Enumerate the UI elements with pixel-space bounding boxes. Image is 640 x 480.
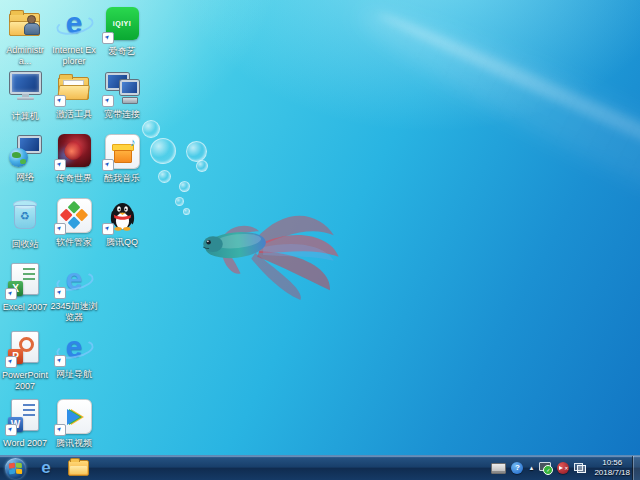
woool-game-icon: ➤: [56, 134, 92, 170]
desktop-icon-tencent-qq[interactable]: ➤腾讯QQ: [98, 197, 146, 248]
url-navigation-icon: e➤: [56, 330, 92, 366]
shortcut-arrow-icon: ➤: [102, 223, 114, 235]
desktop-icon-network[interactable]: 网络: [1, 133, 49, 183]
desktop-icon-computer[interactable]: 计算机: [1, 70, 49, 122]
desktop-icon-internet-explorer[interactable]: eInternet Explorer: [50, 6, 98, 67]
icon-label: 网络: [1, 172, 49, 183]
help-icon[interactable]: ?: [511, 462, 523, 474]
tray-clock[interactable]: 10:56 2018/7/18: [594, 458, 630, 478]
start-button[interactable]: [0, 456, 30, 480]
icon-label: 传奇世界: [50, 173, 98, 184]
mute-cross-icon: ✕: [564, 462, 568, 474]
desktop-icon-url-navigation[interactable]: e➤网址导航: [50, 330, 98, 380]
excel-2007-icon: X➤: [7, 263, 43, 299]
internet-explorer-icon: e: [56, 6, 92, 42]
volume-muted-icon[interactable]: ✕: [557, 462, 569, 474]
shortcut-arrow-icon: ➤: [54, 424, 66, 436]
icon-label: 计算机: [1, 111, 49, 122]
icon-label: 腾讯视频: [50, 438, 98, 449]
icon-label: 爱奇艺: [98, 46, 146, 57]
shortcut-arrow-icon: ➤: [54, 355, 66, 367]
show-desktop-button[interactable]: [632, 456, 640, 480]
desktop-icon-software-manager[interactable]: ➤软件管家: [50, 197, 98, 248]
icon-label: Administra...: [1, 45, 49, 67]
shortcut-arrow-icon: ➤: [54, 287, 66, 299]
desktop-icon-administrator[interactable]: Administra...: [1, 6, 49, 67]
icon-label: 酷我音乐: [98, 173, 146, 184]
desktop-icon-word-2007[interactable]: W➤Word 2007: [1, 398, 49, 449]
desktop-icon-tencent-video[interactable]: ➤腾讯视频: [50, 398, 98, 449]
action-center-icon[interactable]: [574, 463, 586, 473]
input-method-keyboard-icon[interactable]: [491, 463, 506, 474]
desktop-icon-broadband-connection[interactable]: ➤宽带连接: [98, 70, 146, 120]
broadband-connection-icon: ➤: [104, 70, 140, 106]
network-icon: [7, 133, 43, 169]
tencent-video-icon: ➤: [56, 399, 92, 435]
icon-label: 网址导航: [50, 369, 98, 380]
shortcut-arrow-icon: ➤: [5, 288, 17, 300]
icon-label: Internet Explorer: [50, 45, 98, 67]
2345-browser-icon: e➤: [56, 262, 92, 298]
shortcut-arrow-icon: ➤: [5, 424, 17, 436]
icon-label: Word 2007: [1, 438, 49, 449]
clock-time: 10:56: [594, 458, 630, 468]
computer-icon: [7, 72, 43, 108]
icon-label: Excel 2007: [1, 302, 49, 313]
shortcut-arrow-icon: ➤: [102, 95, 114, 107]
desktop-icon-kuwo-music[interactable]: ♪➤酷我音乐: [98, 133, 146, 184]
administrator-icon: [7, 6, 43, 42]
icon-label: 2345加速浏览器: [50, 301, 98, 323]
windows-logo-icon: [4, 457, 26, 479]
software-manager-icon: ➤: [56, 198, 92, 234]
kuwo-music-icon: ♪➤: [104, 134, 140, 170]
desktop-icon-recycle-bin[interactable]: ♻回收站: [1, 197, 49, 250]
desktop-icon-grid: Administra...eInternet ExploreriQIYI➤爱奇艺…: [0, 0, 640, 480]
shortcut-arrow-icon: ➤: [5, 356, 17, 368]
icon-label: 激活工具: [50, 109, 98, 120]
shortcut-arrow-icon: ➤: [102, 159, 114, 171]
system-tray: ? ▲ ✓ ✕ 10:56 2018/7/18: [491, 456, 630, 480]
shortcut-arrow-icon: ➤: [54, 223, 66, 235]
icon-label: 软件管家: [50, 237, 98, 248]
tencent-qq-icon: ➤: [104, 198, 140, 234]
folder-icon: [68, 460, 89, 476]
shortcut-arrow-icon: ➤: [102, 32, 114, 44]
icon-label: 宽带连接: [98, 109, 146, 120]
desktop-icon-woool-game[interactable]: ➤传奇世界: [50, 133, 98, 184]
show-hidden-icons-button[interactable]: ▲: [528, 465, 534, 471]
check-icon: ✓: [543, 465, 553, 475]
internet-explorer-icon: e: [41, 458, 50, 478]
recycle-bin-icon: ♻: [7, 200, 43, 236]
activation-tools-icon: ➤: [56, 70, 92, 106]
shortcut-arrow-icon: ➤: [54, 95, 66, 107]
taskbar-internet-explorer-button[interactable]: e: [30, 456, 62, 480]
powerpoint-2007-icon: P➤: [7, 331, 43, 367]
taskbar: e ? ▲ ✓ ✕ 10:56 2018/7/18: [0, 455, 640, 480]
desktop-icon-activation-tools[interactable]: ➤激活工具: [50, 70, 98, 120]
iqiyi-icon: iQIYI➤: [104, 7, 140, 43]
taskbar-explorer-button[interactable]: [62, 456, 94, 480]
word-2007-icon: W➤: [7, 399, 43, 435]
desktop-icon-powerpoint-2007[interactable]: P➤PowerPoint 2007: [1, 330, 49, 392]
desktop-icon-iqiyi[interactable]: iQIYI➤爱奇艺: [98, 6, 146, 57]
network-status-icon[interactable]: ✓: [539, 462, 552, 474]
desktop-icon-excel-2007[interactable]: X➤Excel 2007: [1, 262, 49, 313]
icon-label: 腾讯QQ: [98, 237, 146, 248]
desktop-icon-2345-browser[interactable]: e➤2345加速浏览器: [50, 262, 98, 323]
icon-label: PowerPoint 2007: [1, 370, 49, 392]
clock-date: 2018/7/18: [594, 468, 630, 478]
icon-label: 回收站: [1, 239, 49, 250]
shortcut-arrow-icon: ➤: [54, 159, 66, 171]
